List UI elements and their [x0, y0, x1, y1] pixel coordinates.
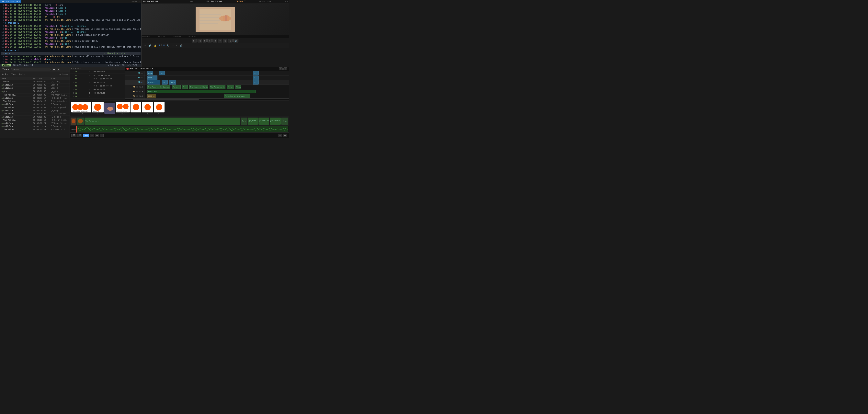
dv-btn-1[interactable]: ⊞	[279, 67, 283, 70]
bin-item-radiolab-2[interactable]: ▣radiolab 00:00:05:00 Logo 4	[0, 87, 69, 90]
expand-btn[interactable]: ⊞	[223, 39, 227, 42]
thumb-radiolab-3[interactable]: RADIOLAB RADIOLAB radiolab	[116, 101, 130, 115]
clip-a1-2[interactable]: The A.	[172, 85, 181, 89]
clip-a1-5[interactable]: The Ashes on the Lawn...	[210, 85, 225, 89]
thumb-label-3: radiolab	[119, 113, 127, 115]
clip-v2-1[interactable]: radi...	[148, 76, 157, 80]
bin-item-ashes-6[interactable]: ♪The Ashes... 00:00:35:21 And when all y…	[0, 128, 69, 131]
bin-tab-clips[interactable]: Clips	[2, 73, 9, 76]
video-thumb-1[interactable]	[70, 118, 76, 125]
audio-btn[interactable]: 🔊	[233, 39, 239, 42]
clip-a1-6[interactable]: The A.	[227, 85, 234, 89]
play-btn[interactable]: ■	[203, 39, 207, 42]
transform-tool[interactable]: ↺	[143, 44, 147, 48]
bin-item-ashes-3[interactable]: ♪The Ashes... 00:00:19:08 To make people…	[0, 106, 69, 109]
track-a1: The Ashe on the Lawn... The A. T... The …	[145, 85, 289, 89]
clip-v2-2[interactable]: ra...	[253, 76, 258, 80]
clip-a2-1[interactable]: swift.m4a	[148, 90, 256, 93]
bin-item-ashes-5[interactable]: ♪The Ashes... 00:00:28:10 [B]So in Octob…	[0, 119, 69, 122]
edl-src-tab-7[interactable]: 7	[80, 67, 81, 69]
media-pool-audio-tab[interactable]: 🎵	[77, 134, 82, 137]
next-frame-btn[interactable]: ⏭	[213, 39, 217, 42]
lock-tool[interactable]: 🔒	[153, 44, 157, 48]
bin-item-radiolab-6[interactable]: ▣radiolab 00:00:22:06 [B]Logo 8	[0, 116, 69, 119]
step-fwd-btn[interactable]: ▶	[207, 39, 212, 42]
bin-item-radiolab-1[interactable]: ▣radiolab 00:00:02:00 Logo 3	[0, 84, 69, 87]
video-clip-th[interactable]: Th...	[281, 118, 288, 125]
zoom-out-tool[interactable]: +	[175, 44, 178, 48]
bin-item-radiolab-8[interactable]: ▣radiolab 00:00:35:21 [B]Logo 9 ... exte…	[0, 125, 69, 128]
video-clip-ashes-2[interactable]: The Ashes on t...	[248, 118, 258, 125]
bin-item-radiolab-4[interactable]: ▣radiolab 00:00:19:08 [B]Logo 6 .... ext…	[0, 103, 69, 106]
bin-item-swift[interactable]: ♪swift 00:00:00:00 [B] song	[0, 80, 69, 84]
bin-search-input[interactable]	[11, 68, 51, 71]
svg-rect-3	[223, 16, 225, 22]
thumb-hand[interactable]	[104, 103, 115, 114]
timeline-scrollbar[interactable]	[125, 98, 289, 100]
bin-panel: Index ☰ ⊞ Clips Tags Roles 20 items Name…	[0, 67, 70, 138]
edl-src-tab-2[interactable]: 2	[71, 67, 72, 69]
thumb-radiolab-5[interactable]: radi...	[142, 101, 153, 115]
bin-item-radiolab-3[interactable]: ▣radiolab 00:00:16:17 [B]Logo 5 ... exte…	[0, 97, 69, 100]
bin-item-ashes-1[interactable]: ♪The Ashes... 00:00:09:00 And when all y…	[0, 94, 69, 97]
clip-v3-1[interactable]: radi...	[148, 71, 153, 75]
prev-frame-btn[interactable]: ⏮	[192, 39, 197, 42]
clip-v1-1[interactable]: 2023-...	[148, 80, 160, 85]
edl-rows: 2 A2 C 00:00:00:00 3 V1 C 0 00:00:00:00	[70, 70, 125, 98]
thumb-radiolab-2[interactable]: RADIOLAB radi...	[92, 101, 103, 115]
clip-v1-3[interactable]: radiol...	[169, 80, 176, 85]
clip-v3-2[interactable]: radi...	[159, 71, 165, 75]
video-clip-the[interactable]: Th...	[241, 118, 247, 125]
clip-a3-2[interactable]: The Ashes on the Lawn...	[224, 94, 250, 98]
video-clip-ashes-3[interactable]: The Ashes on t...	[258, 118, 269, 125]
video-icon-2: ▣	[2, 87, 3, 89]
bin-item-radiolab-7[interactable]: ▣radiolab 00:00:35:21 [B]Logo 10 ... ext…	[0, 122, 69, 125]
audio-mix-tool[interactable]: 🔊	[179, 44, 183, 48]
bin-tab-tags[interactable]: Tags	[11, 73, 17, 76]
clip-a1-7[interactable]: Th...	[236, 85, 241, 89]
clip-v3-3[interactable]: ra...	[253, 71, 258, 75]
clip-a1-3[interactable]: T...	[182, 85, 188, 89]
edl-src-tab-6[interactable]: 6	[79, 67, 80, 69]
dv-btn-2[interactable]: ⊠	[283, 67, 287, 70]
window-btns[interactable]: ⊞ ⊠	[285, 1, 288, 3]
edl-src-tab-4[interactable]: 4	[75, 67, 76, 69]
bin-tab-roles[interactable]: Roles	[19, 73, 26, 76]
video-clip-ashes[interactable]: The Ashes on t...	[85, 118, 240, 125]
thumb-radiolab-6[interactable]: radi...	[154, 101, 164, 115]
bin-tab-index[interactable]: Index	[2, 68, 10, 71]
scrollbar-thumb[interactable]	[133, 99, 199, 100]
media-pool-effects-tab[interactable]: ✦	[90, 134, 94, 137]
link-tool[interactable]: 🔗	[148, 44, 152, 48]
clip-a1-1[interactable]: The Ashe on the Lawn...	[148, 85, 170, 89]
media-pool-music-tab[interactable]: ♪	[100, 134, 103, 137]
bin-grid-view[interactable]: ⊞	[57, 68, 60, 71]
settings-btn[interactable]: ⚙	[283, 134, 287, 137]
bin-item-radiolab-5[interactable]: ▣radiolab 00:00:20:24 [B]Logo 7	[0, 109, 69, 113]
preview-playhead	[149, 35, 149, 38]
bin-list-view[interactable]: ☰	[52, 68, 56, 71]
edl-src-tab-3[interactable]: 3	[73, 67, 74, 69]
edl-src-tab-5[interactable]: 5	[76, 67, 78, 69]
home-btn[interactable]: ⌂	[278, 134, 282, 137]
media-pool-video-tab[interactable]: 🎬	[71, 134, 76, 137]
step-back-btn[interactable]: ◀	[197, 39, 202, 42]
video-clip-ashes-4[interactable]: The Ashes on t...	[270, 118, 281, 125]
bin-item-ashes-4[interactable]: ♪The Ashes... 00:00:20:24 So in October …	[0, 113, 69, 116]
clip-v1-2[interactable]: rad...	[162, 80, 167, 85]
video-thumb-2[interactable]	[77, 118, 84, 125]
clip-v1-4[interactable]: ra...	[253, 80, 258, 85]
loop-btn[interactable]: ↻	[218, 39, 222, 42]
mode-indicator: NORMAL	[2, 64, 11, 66]
fullscreen-btn[interactable]: ⊡	[228, 39, 232, 42]
clip-a1-4[interactable]: The Ashes on the Lawn...	[189, 85, 208, 89]
editor-tab[interactable]: 2023-03-18.tsv	[0, 0, 21, 3]
editor-line-7: 7 # Chapter 1	[1, 22, 141, 25]
bin-item-ashes-2[interactable]: ♪The Ashes... 00:00:16:17 This episode i…	[0, 100, 69, 103]
media-pool-transitions-tab[interactable]: ⧉	[95, 134, 99, 137]
media-pool-active-tab[interactable]: ⊞⊞	[83, 134, 89, 137]
thumb-radiolab-4[interactable]: radi...	[130, 101, 141, 115]
zoom-in-tool[interactable]: 🔍+	[166, 44, 171, 48]
bin-item-luobo[interactable]: ▣萝卜 00:00:09:00 [B]萝卜	[0, 90, 69, 94]
thumb-radiolab-1[interactable]: RADIOLAB RADIOLAB RADIOLAB radiolab	[71, 101, 91, 115]
